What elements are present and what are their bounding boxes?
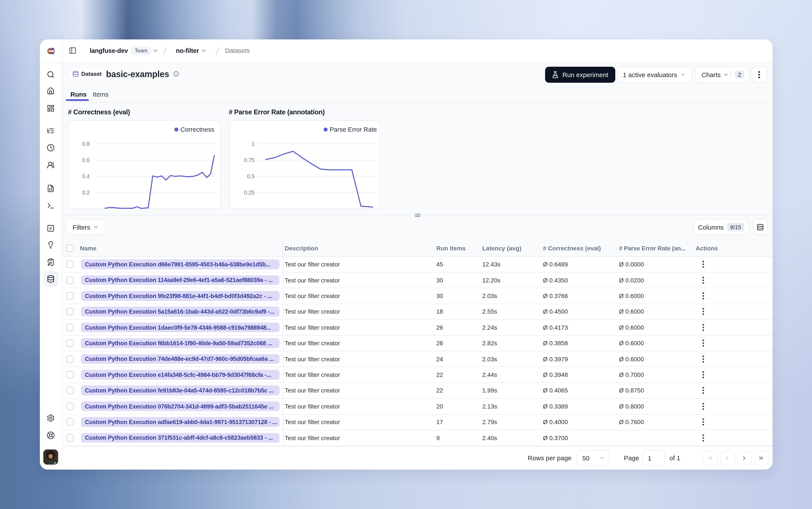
svg-text:0.25: 0.25 [244,189,255,195]
svg-text:0.8: 0.8 [82,141,90,147]
svg-text:Parse Error Rate: Parse Error Rate [330,126,377,133]
svg-text:0.5: 0.5 [247,173,255,179]
svg-text:0.2: 0.2 [82,189,90,195]
svg-text:0.6: 0.6 [82,157,90,163]
svg-text:0.4: 0.4 [82,173,90,179]
svg-text:Correctness: Correctness [180,126,214,133]
svg-text:0.75: 0.75 [244,157,255,163]
svg-text:1: 1 [251,141,255,147]
